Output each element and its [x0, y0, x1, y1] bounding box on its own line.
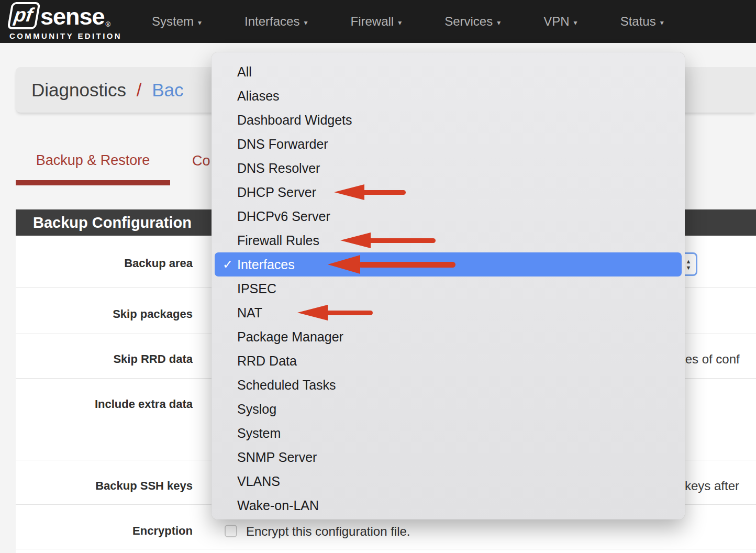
chevron-down-icon: ▾ [497, 17, 501, 27]
arrow-head [340, 233, 371, 248]
arrow-head [334, 184, 364, 200]
arrow-head [328, 255, 360, 274]
pfsense-logo[interactable]: pf sense ® COMMUNITY EDITION [9, 2, 122, 40]
top-navbar: pf sense ® COMMUNITY EDITION System ▾ In… [0, 0, 756, 43]
nav-item-interfaces[interactable]: Interfaces ▾ [244, 14, 307, 29]
registered-mark: ® [106, 20, 111, 28]
community-edition-label: COMMUNITY EDITION [9, 31, 122, 40]
arrow-tail [358, 262, 455, 268]
encrypt-checkbox[interactable] [225, 525, 237, 537]
active-tab-underline [16, 180, 170, 185]
tab-config-history[interactable]: Co [192, 153, 210, 169]
dropdown-option-all[interactable]: ✓ All [212, 60, 685, 84]
label-skip-packages: Skip packages [15, 306, 193, 322]
chevron-down-icon: ▾ [198, 17, 202, 27]
dropdown-option-snmp-server[interactable]: ✓ SNMP Server [212, 445, 685, 469]
tab-backup-restore[interactable]: Backup & Restore [16, 152, 170, 169]
chevron-down-icon: ▾ [660, 17, 664, 27]
nav-item-system[interactable]: System ▾ [152, 14, 202, 29]
stepper-down-icon: ▼ [686, 264, 692, 271]
dropdown-option-ipsec[interactable]: ✓ IPSEC [212, 276, 685, 301]
dropdown-option-nat[interactable]: ✓ NAT [212, 301, 685, 325]
breadcrumb-page-link[interactable]: Bac [152, 80, 183, 100]
dropdown-option-wake-on-lan[interactable]: ✓ Wake-on-LAN [212, 493, 685, 517]
nav-item-status[interactable]: Status ▾ [620, 14, 664, 29]
dropdown-option-syslog[interactable]: ✓ Syslog [212, 397, 685, 421]
pf-logo-icon: pf [7, 2, 40, 29]
chevron-down-icon: ▾ [398, 17, 402, 27]
dropdown-option-dhcp-server[interactable]: ✓ DHCP Server [212, 180, 685, 204]
stepper-up-icon: ▲ [686, 258, 692, 264]
annotation-arrow-icon [340, 233, 436, 248]
encrypt-checkbox-label[interactable]: Encrypt this configuration file. [246, 524, 410, 539]
dropdown-option-dhcpv6-server[interactable]: ✓ DHCPv6 Server [212, 204, 685, 228]
dropdown-option-dns-resolver[interactable]: ✓ DNS Resolver [212, 156, 685, 180]
dropdown-option-firewall-rules[interactable]: ✓ Firewall Rules [212, 228, 685, 252]
dropdown-option-rrd-data[interactable]: ✓ RRD Data [212, 349, 685, 373]
breadcrumb-section: Diagnostics [31, 80, 126, 100]
dropdown-option-dashboard-widgets[interactable]: ✓ Dashboard Widgets [212, 108, 685, 132]
annotation-arrow-icon [297, 305, 373, 320]
nav-item-services[interactable]: Services ▾ [444, 14, 501, 29]
dropdown-option-interfaces[interactable]: ✓ Interfaces [215, 252, 682, 276]
dropdown-option-dns-forwarder[interactable]: ✓ DNS Forwarder [212, 132, 685, 156]
nav-item-vpn[interactable]: VPN ▾ [543, 14, 577, 29]
dropdown-option-package-manager[interactable]: ✓ Package Manager [212, 325, 685, 349]
ssh-keys-help-text-fragment: keys after [685, 478, 739, 494]
dropdown-option-system[interactable]: ✓ System [212, 421, 685, 445]
label-backup-area: Backup area [15, 256, 193, 271]
skip-rrd-help-text-fragment: tes of conf [682, 351, 740, 367]
pfsense-logo-wordmark: pf sense ® [9, 2, 122, 29]
main-nav: System ▾ Interfaces ▾ Firewall ▾ Service… [152, 0, 664, 43]
annotation-arrow-icon [328, 255, 455, 274]
chevron-down-icon: ▾ [574, 17, 577, 27]
dropdown-option-scheduled-tasks[interactable]: ✓ Scheduled Tasks [212, 373, 685, 397]
arrow-head [297, 305, 328, 320]
backup-area-dropdown-menu: ✓ All ✓ Aliases ✓ Dashboard Widgets [212, 52, 685, 519]
dropdown-option-vlans[interactable]: ✓ VLANS [212, 469, 685, 493]
arrow-tail [369, 238, 436, 243]
pfsense-backup-restore-page: pf sense ® COMMUNITY EDITION System ▾ In… [0, 0, 756, 553]
checkmark-icon: ✓ [223, 257, 233, 272]
annotation-arrow-icon [334, 184, 406, 200]
nav-item-firewall[interactable]: Firewall ▾ [350, 14, 402, 29]
label-skip-rrd-data: Skip RRD data [15, 351, 193, 367]
breadcrumb-separator: / [137, 80, 142, 100]
label-encryption: Encryption [15, 523, 193, 539]
dropdown-option-aliases[interactable]: ✓ Aliases [212, 84, 685, 108]
chevron-down-icon: ▾ [304, 17, 307, 27]
label-backup-ssh-keys: Backup SSH keys [15, 478, 193, 494]
arrow-tail [326, 311, 373, 315]
logo-sense-text: sense [40, 4, 105, 29]
label-include-extra-data: Include extra data [15, 396, 193, 412]
arrow-tail [362, 190, 406, 195]
row-divider [16, 549, 756, 549]
